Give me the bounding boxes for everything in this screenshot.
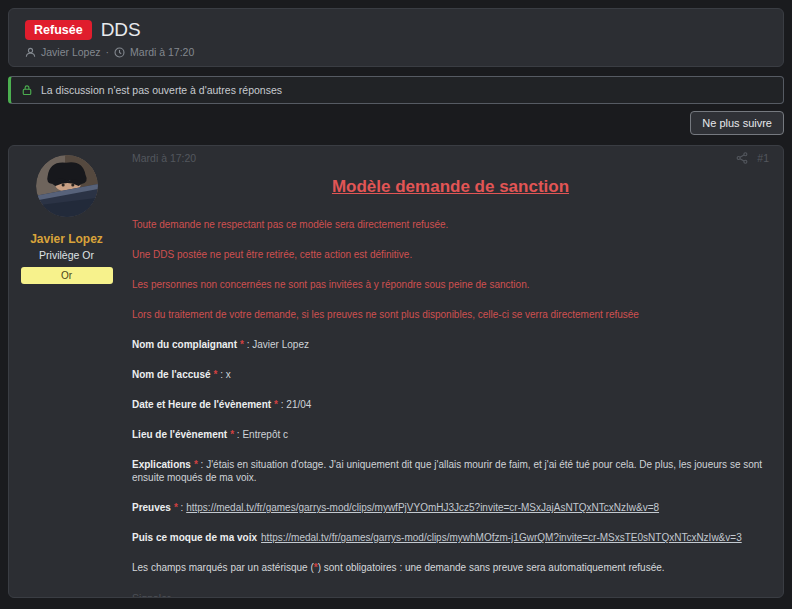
field-label: Explications <box>132 459 191 470</box>
field-datetime: Date et Heure de l'évènement* : 21/04 <box>132 398 769 411</box>
field-label: Preuves <box>132 502 171 513</box>
field-label: Date et Heure de l'évènement <box>132 399 271 410</box>
post-body: Mardi à 17:20 #1 Modèle demande de sanct… <box>124 146 783 597</box>
post-footer: Signaler <box>132 582 769 598</box>
field-value: J'étais en situation d'otage. J'ai uniqu… <box>132 459 762 483</box>
rule-line: Les personnes non concernées ne sont pas… <box>132 278 769 291</box>
field-proof: Preuves* : https://medal.tv/fr/games/gar… <box>132 501 769 514</box>
field-value: Entrepôt c <box>242 429 288 440</box>
lock-icon <box>21 84 33 96</box>
thread-timestamp-link[interactable]: Mardi à 17:20 <box>130 46 194 58</box>
field-value: x <box>226 369 231 380</box>
field-separator: : <box>244 339 252 350</box>
field-location: Lieu de l'évènement* : Entrepôt c <box>132 428 769 441</box>
thread-header: Refusée DDS Javier Lopez · Mardi à 17:20 <box>8 8 784 67</box>
post: Javier Lopez Privilège Or Or Mardi à 17:… <box>8 145 784 598</box>
footnote: Les champs marqués par un astérisque (*)… <box>132 561 769 574</box>
clock-icon <box>114 47 125 58</box>
post-author-panel: Javier Lopez Privilège Or Or <box>9 146 124 597</box>
rule-line: Lors du traitement de votre demande, si … <box>132 308 769 321</box>
field-label: Lieu de l'évènement <box>132 429 227 440</box>
post-timestamp-link[interactable]: Mardi à 17:20 <box>132 152 196 164</box>
report-link[interactable]: Signaler <box>132 592 171 598</box>
rule-line: Toute demande ne respectant pas ce modèl… <box>132 218 769 231</box>
footnote-text: ) sont obligatoires : une demande sans p… <box>318 562 665 573</box>
proof-link[interactable]: https://medal.tv/fr/games/garrys-mod/cli… <box>186 502 659 513</box>
post-meta-right: #1 <box>736 152 769 164</box>
thread-author-link[interactable]: Javier Lopez <box>41 46 101 58</box>
notice-text: La discussion n'est pas ouverte à d'autr… <box>41 84 282 96</box>
thread-locked-notice: La discussion n'est pas ouverte à d'autr… <box>8 76 784 104</box>
field-proof-2: Puis ce moque de ma voixhttps://medal.tv… <box>132 531 769 544</box>
user-icon <box>25 47 36 58</box>
field-separator: : <box>178 502 186 513</box>
field-separator: : <box>217 369 225 380</box>
field-separator: : <box>198 459 206 470</box>
avatar[interactable] <box>36 155 98 217</box>
page: Refusée DDS Javier Lopez · Mardi à 17:20 <box>8 8 784 598</box>
field-label: Puis ce moque de ma voix <box>132 532 257 543</box>
share-icon[interactable] <box>736 152 748 164</box>
field-label: Nom du complaignant <box>132 339 237 350</box>
proof-link-2[interactable]: https://medal.tv/fr/games/garrys-mod/cli… <box>261 532 742 543</box>
thread-actions: Ne plus suivre <box>8 111 784 135</box>
field-explanations: Explications* : J'étais en situation d'o… <box>132 458 769 484</box>
footnote-text: Les champs marqués par un astérisque ( <box>132 562 314 573</box>
page-title: DDS <box>101 19 141 41</box>
user-banner: Or <box>21 267 113 284</box>
field-complainant: Nom du complaignant* : Javier Lopez <box>132 338 769 351</box>
thread-title-row: Refusée DDS <box>25 19 767 41</box>
field-label: Nom de l'accusé <box>132 369 211 380</box>
rule-line: Une DDS postée ne peut être retirée, cet… <box>132 248 769 261</box>
field-value: Javier Lopez <box>252 339 309 350</box>
meta-separator: · <box>106 46 110 58</box>
username-link[interactable]: Javier Lopez <box>30 232 103 246</box>
field-accused: Nom de l'accusé* : x <box>132 368 769 381</box>
user-title: Privilège Or <box>39 249 94 261</box>
thread-meta: Javier Lopez · Mardi à 17:20 <box>25 46 767 58</box>
post-heading: Modèle demande de sanction <box>132 177 769 197</box>
post-number-link[interactable]: #1 <box>757 152 769 164</box>
unfollow-button[interactable]: Ne plus suivre <box>690 111 784 135</box>
field-value: 21/04 <box>286 399 311 410</box>
post-meta: Mardi à 17:20 #1 <box>132 152 769 164</box>
status-badge: Refusée <box>25 20 92 40</box>
